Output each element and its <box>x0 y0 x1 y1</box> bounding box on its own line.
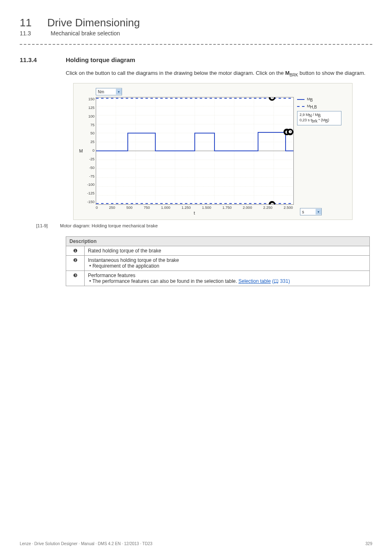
y-axis-title: M <box>78 97 84 205</box>
x-axis-title: t <box>194 210 195 215</box>
plot-area: ❶ ❷ ❶ <box>96 97 294 205</box>
chart-legend: MB MH,B 2,9 MN / MB 0,23 s tbrk * (MB) ❸ <box>297 97 341 205</box>
separator <box>20 44 372 45</box>
section-number: 11.3 <box>20 30 31 37</box>
row-marker-1: ❶ <box>73 248 78 254</box>
table-row: ❸ Performance features • The performance… <box>66 271 370 286</box>
chart-info-box: 2,9 MN / MB 0,23 s tbrk * (MB) ❸ <box>297 111 341 126</box>
subsection-number: 11.3.4 <box>20 56 49 63</box>
page-number: 329 <box>365 541 372 546</box>
x-axis-unit-value: s <box>302 210 304 214</box>
section-title: Mechanical brake selection <box>51 30 120 37</box>
row-text: Rated holding torque of the brake <box>85 246 370 256</box>
row-text: Performance features • The performance f… <box>85 271 370 286</box>
callout-3: ❸ <box>287 129 293 135</box>
chevron-down-icon: ▾ <box>116 89 122 95</box>
chapter-number: 11 <box>20 16 32 29</box>
description-table: Description ❶ Rated holding torque of th… <box>66 236 370 286</box>
callout-1-bottom: ❶ <box>269 201 275 205</box>
y-axis-unit-dropdown[interactable]: Nm ▾ <box>96 88 122 95</box>
x-axis-unit-dropdown[interactable]: s ▾ <box>300 208 322 215</box>
figure-caption: Motor diagram: Holding torque mechanical… <box>60 223 158 228</box>
table-header: Description <box>66 237 370 246</box>
table-row: ❶ Rated holding torque of the brake <box>66 246 370 256</box>
chevron-down-icon: ▾ <box>316 209 321 215</box>
x-axis-ticks: 0 250 500 750 1.000 1.250 1.500 1.750 2.… <box>96 205 293 210</box>
chart-frame: Nm ▾ M 150 125 100 75 50 25 0 -25 -50 -7… <box>73 83 353 220</box>
row-text: Instantaneous holding torque of the brak… <box>85 256 370 271</box>
footer-left: Lenze · Drive Solution Designer · Manual… <box>20 541 152 546</box>
body-paragraph: Click on the button to call the diagrams… <box>66 69 372 78</box>
selection-table-link[interactable]: Selection table <box>238 278 271 284</box>
chapter-title: Drive Dimensioning <box>47 16 140 29</box>
row-marker-3: ❸ <box>73 273 78 278</box>
y-axis-ticks: 150 125 100 75 50 25 0 -25 -50 -75 -100 … <box>84 97 96 204</box>
y-axis-unit-value: Nm <box>98 90 104 94</box>
figure-number: [11-9] <box>36 223 55 228</box>
row-marker-2: ❷ <box>73 257 78 263</box>
table-row: ❷ Instantaneous holding torque of the br… <box>66 256 370 271</box>
subsection-title: Holding torque diagram <box>66 56 135 63</box>
